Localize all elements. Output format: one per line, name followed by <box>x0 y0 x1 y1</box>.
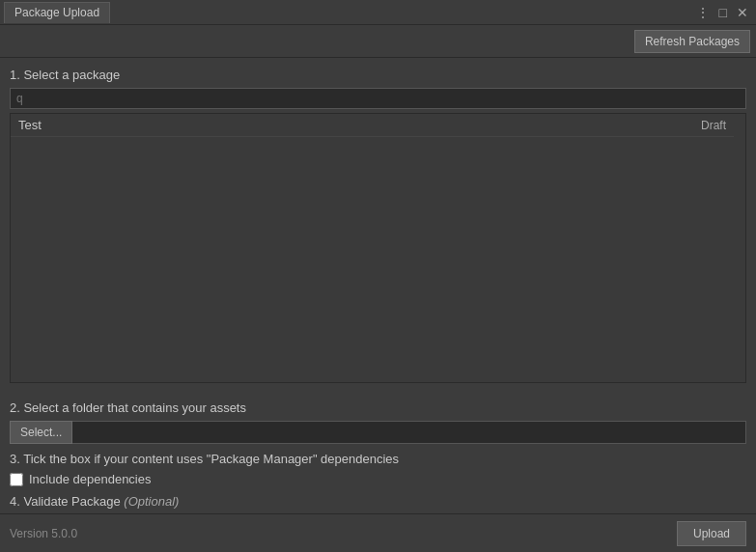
toolbar: Refresh Packages <box>0 25 756 58</box>
step4-label: 4. Validate Package (Optional) <box>10 494 746 509</box>
version-text: Version 5.0.0 <box>10 527 77 540</box>
main-content: 1. Select a package Test Draft <box>0 58 756 383</box>
package-status: Draft <box>701 119 726 132</box>
window-title: Package Upload <box>14 6 99 19</box>
folder-row: Select... <box>10 421 746 444</box>
package-list[interactable]: Test Draft <box>11 114 745 382</box>
title-bar: Package Upload ⋮ □ ✕ <box>0 0 756 25</box>
search-input[interactable] <box>10 88 746 109</box>
more-icon[interactable]: ⋮ <box>692 3 714 22</box>
package-list-container: Test Draft <box>10 113 746 383</box>
package-name: Test <box>18 118 42 132</box>
title-tab: Package Upload <box>4 2 110 23</box>
upload-button[interactable]: Upload <box>677 521 746 546</box>
optional-text: (Optional) <box>124 494 179 509</box>
close-icon[interactable]: ✕ <box>733 3 752 22</box>
checkbox-row: Include dependencies <box>10 472 746 486</box>
step1-label: 1. Select a package <box>10 68 746 82</box>
minimize-icon[interactable]: □ <box>715 3 731 22</box>
select-folder-button[interactable]: Select... <box>10 421 72 444</box>
footer: Version 5.0.0 Upload <box>0 513 756 552</box>
step2-label: 2. Select a folder that contains your as… <box>10 400 746 415</box>
include-dependencies-label: Include dependencies <box>29 472 152 486</box>
table-row[interactable]: Test Draft <box>11 114 734 137</box>
title-controls: ⋮ □ ✕ <box>692 3 752 22</box>
refresh-packages-button[interactable]: Refresh Packages <box>634 30 750 53</box>
folder-path <box>72 421 746 444</box>
include-dependencies-checkbox[interactable] <box>10 473 23 486</box>
step3-label: 3. Tick the box if your content uses "Pa… <box>10 452 746 466</box>
